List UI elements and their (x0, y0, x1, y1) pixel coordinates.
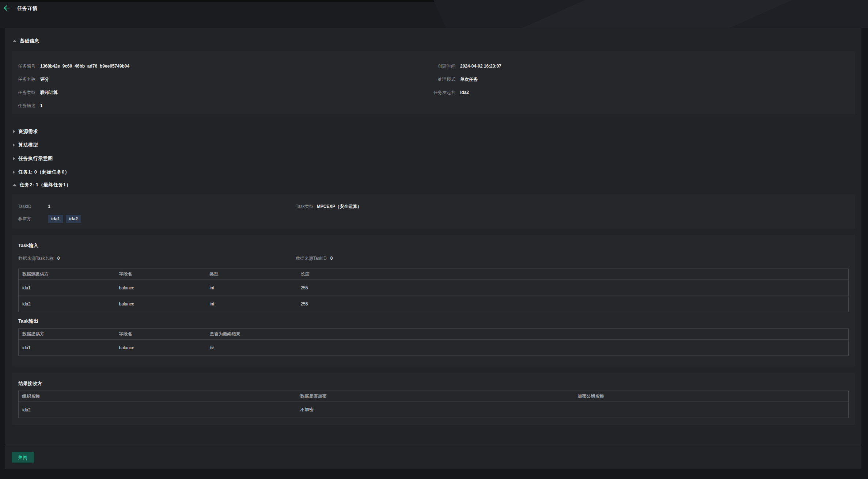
field-label: 创建时间 (433, 63, 455, 69)
task-detail-panel: 基础信息 任务编号 1368b42e_9c60_46bb_ad76_b9ee05… (5, 28, 861, 469)
field-value: ida2 (460, 90, 469, 95)
field-value: 1 (48, 204, 50, 209)
table-cell: ida1 (19, 280, 115, 296)
table-cell: ida2 (19, 296, 115, 312)
column-header: 类型 (206, 269, 297, 280)
field-label: 任务名称 (18, 76, 35, 83)
participant-tag: ida1 (48, 215, 63, 223)
table-cell: ida2 (19, 402, 297, 418)
field-row: 任务发起方 ida2 (433, 86, 855, 99)
table-cell: int (206, 280, 297, 296)
section-header-execution-diagram[interactable]: 任务执行示意图 (12, 155, 855, 162)
field-row: 处理模式 单次任务 (433, 73, 855, 86)
field-label: 任务类型 (18, 90, 35, 96)
table-cell (574, 402, 849, 418)
field-row: 创建时间 2024-04-02 16:23:07 (433, 60, 855, 73)
field-label: 处理模式 (433, 76, 455, 83)
table-cell: 不加密 (297, 402, 574, 418)
field-row (296, 213, 855, 225)
field-row: 数据来源TaskID 0 (296, 255, 849, 262)
caret-right-icon (13, 170, 15, 174)
section-header-basic-info[interactable]: 基础信息 (12, 38, 855, 44)
result-receiver-box: 结果接收方 组织名称 数据是否加密 加密公钥名称 ida2 不加密 (12, 373, 855, 425)
table-cell: balance (115, 340, 206, 356)
table-cell: balance (115, 296, 206, 312)
field-value: 0 (57, 256, 60, 261)
table-row: ida1 balance int 255 (19, 280, 849, 296)
table-row: ida2 balance int 255 (19, 296, 849, 312)
field-label: 任务描述 (18, 103, 35, 109)
close-button[interactable]: 关闭 (12, 452, 34, 463)
field-row: 任务描述 1 (18, 99, 433, 112)
field-row: 任务名称 评分 (18, 73, 433, 86)
participant-tags: ida1 ida2 (48, 215, 81, 223)
section-title: 基础信息 (20, 38, 39, 44)
column-header: 长度 (297, 269, 849, 280)
field-value: 1 (40, 103, 43, 108)
footer-divider (5, 445, 861, 445)
task-input-table: 数据源提供方 字段名 类型 长度 ida1 balance int 255 id… (18, 269, 849, 312)
table-row: ida2 不加密 (19, 402, 849, 418)
table-row: ida1 balance 是 (19, 340, 849, 356)
field-row (433, 99, 855, 112)
table-header-row: 数据源提供方 字段名 类型 长度 (19, 269, 849, 280)
section-header-resource-requirements[interactable]: 资源需求 (12, 128, 855, 135)
field-value: 单次任务 (460, 76, 478, 83)
caret-right-icon (13, 143, 15, 147)
field-label: 任务发起方 (433, 90, 455, 96)
field-label: 任务编号 (18, 63, 35, 69)
table-cell: 255 (297, 296, 849, 312)
table-cell: 255 (297, 280, 849, 296)
table-cell: int (206, 296, 297, 312)
field-row: 数据来源Task名称 0 (18, 255, 296, 262)
section-header-task1[interactable]: 任务1: 0（起始任务0） (12, 169, 855, 175)
task-output-table: 数据提供方 字段名 是否为最终结果 ida1 balance 是 (18, 328, 849, 356)
section-title: 资源需求 (18, 128, 38, 135)
field-row: TaskID 1 (18, 200, 296, 213)
caret-right-icon (13, 157, 15, 160)
column-header: 数据提供方 (19, 329, 115, 340)
top-bar: 任务详情 (0, 2, 868, 15)
field-value: 2024-04-02 16:23:07 (460, 64, 501, 69)
column-header: 数据是否加密 (297, 391, 574, 402)
arrow-left-icon (4, 5, 10, 12)
section-header-algorithm-model[interactable]: 算法模型 (12, 142, 855, 148)
column-header: 是否为最终结果 (206, 329, 849, 340)
participant-tag: ida2 (66, 215, 81, 223)
column-header: 加密公钥名称 (574, 391, 849, 402)
field-label: 数据来源Task名称 (18, 255, 54, 262)
table-cell: ida1 (19, 340, 115, 356)
field-label: 数据来源TaskID (296, 255, 327, 262)
field-row: Task类型 MPCEXP（安全运算） (296, 200, 855, 213)
field-value: 评分 (40, 76, 49, 83)
field-value: 联邦计算 (40, 90, 58, 96)
table-cell: 是 (206, 340, 849, 356)
field-label: TaskID (18, 204, 43, 209)
column-header: 字段名 (115, 269, 206, 280)
caret-right-icon (13, 130, 15, 133)
table-header-row: 组织名称 数据是否加密 加密公钥名称 (19, 391, 849, 402)
task2-info-box: TaskID 1 Task类型 MPCEXP（安全运算） 参与方 ida1 id… (12, 194, 855, 229)
field-row: 任务类型 联邦计算 (18, 86, 433, 99)
back-button[interactable] (3, 4, 11, 12)
result-receiver-table: 组织名称 数据是否加密 加密公钥名称 ida2 不加密 (18, 391, 849, 418)
task-input-title: Task输入 (18, 242, 849, 249)
table-header-row: 数据提供方 字段名 是否为最终结果 (19, 329, 849, 340)
table-cell: balance (115, 280, 206, 296)
caret-up-icon (13, 184, 16, 186)
result-receiver-title: 结果接收方 (18, 380, 849, 387)
column-header: 字段名 (115, 329, 206, 340)
field-value: 0 (330, 256, 333, 261)
task-output-title: Task输出 (18, 318, 849, 324)
caret-up-icon (13, 40, 16, 42)
page-title: 任务详情 (17, 5, 38, 12)
section-header-task2[interactable]: 任务2: 1（最终任务1） (12, 182, 855, 188)
column-header: 数据源提供方 (19, 269, 115, 280)
field-row: 任务编号 1368b42e_9c60_46bb_ad76_b9ee05749b0… (18, 60, 433, 73)
field-label: 参与方 (18, 216, 43, 222)
section-title: 任务执行示意图 (18, 155, 53, 162)
header-banner: 任务详情 (0, 0, 868, 28)
section-title: 任务2: 1（最终任务1） (20, 182, 71, 188)
section-title: 任务1: 0（起始任务0） (18, 169, 69, 175)
field-label: Task类型 (296, 204, 314, 210)
